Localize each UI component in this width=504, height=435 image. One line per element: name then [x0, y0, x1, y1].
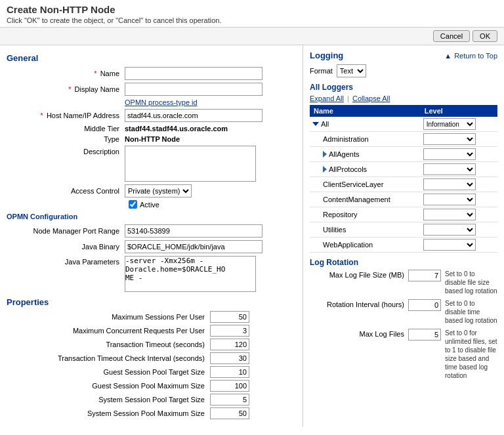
return-to-top-icon: ▲	[444, 52, 452, 60]
active-row: Active	[129, 200, 296, 209]
level-select-allagents[interactable]: Information	[423, 148, 476, 160]
prop-input-6[interactable]	[210, 394, 249, 405]
logger-level-all: Information Incident Error Error Warning…	[421, 117, 497, 132]
prop-input-5[interactable]	[210, 380, 249, 392]
display-name-label: * Display Name	[7, 85, 125, 93]
level-select-repo[interactable]: Information	[423, 209, 476, 220]
prop-row-5: Guest Session Pool Maximum Size	[7, 380, 296, 392]
opmn-section-title: OPMN Configuration	[7, 213, 296, 220]
prop-label-0: Maximum Sessions Per User	[7, 313, 210, 321]
active-checkbox[interactable]	[129, 200, 137, 209]
access-control-label: Access Control	[7, 187, 125, 195]
display-name-row: * Display Name	[7, 83, 296, 96]
expand-collapse-bar: Expand All | Collapse All	[310, 94, 497, 102]
prop-input-4[interactable]	[210, 366, 249, 378]
middle-tier-label: Middle Tier	[7, 125, 125, 133]
left-panel: General * Name * Display Name OPMN proce…	[0, 45, 303, 426]
prop-input-3[interactable]	[210, 352, 249, 364]
max-log-files-input[interactable]	[408, 329, 441, 341]
type-value: Non-HTTP Node	[125, 135, 180, 143]
prop-input-1[interactable]	[210, 325, 249, 337]
return-to-top-link[interactable]: ▲ Return to Top	[444, 52, 497, 60]
name-row: * Name	[7, 67, 296, 80]
format-select[interactable]: Text ODL	[337, 64, 366, 77]
description-row: Description	[7, 146, 296, 182]
max-log-file-size-hint: Set to 0 to disable file size based log …	[445, 270, 497, 295]
prop-label-2: Transaction Timeout (seconds)	[7, 341, 210, 348]
level-select-cm[interactable]: Information	[423, 194, 476, 205]
type-label: Type	[7, 135, 125, 143]
expand-icon-all[interactable]	[312, 122, 319, 126]
expand-icon-allagents[interactable]	[323, 151, 327, 157]
host-label: * Host Name/IP Address	[7, 112, 125, 119]
all-loggers-title: All Loggers	[310, 83, 497, 92]
rotation-interval-input[interactable]	[408, 299, 441, 311]
page-header: Create Non-HTTP Node Click "OK" to creat…	[0, 0, 504, 28]
java-params-input[interactable]: -server -Xmx256m - Doracle.home=$ORACLE_…	[125, 256, 256, 292]
right-panel: Logging ▲ Return to Top Format Text ODL …	[303, 45, 504, 426]
display-name-required: *	[68, 85, 71, 93]
prop-row-4: Guest Session Pool Target Size	[7, 366, 296, 378]
java-binary-input[interactable]	[125, 240, 262, 253]
prop-row-2: Transaction Timeout (seconds)	[7, 339, 296, 350]
level-select-csl[interactable]: Information	[423, 178, 476, 190]
host-input[interactable]	[125, 109, 262, 122]
cancel-button[interactable]: Cancel	[433, 30, 470, 42]
level-select-allprotocols[interactable]: Information	[423, 163, 476, 175]
type-row: Type Non-HTTP Node	[7, 135, 296, 143]
prop-row-0: Maximum Sessions Per User	[7, 311, 296, 323]
prop-row-7: System Session Pool Maximum Size	[7, 407, 296, 419]
logger-level-allagents: Information	[421, 147, 497, 162]
logger-name-util: Utilities	[310, 222, 421, 238]
display-name-input[interactable]	[125, 83, 262, 96]
java-params-label: Java Parameters	[7, 256, 125, 266]
page-subtitle: Click "OK" to create the object, or "Can…	[7, 16, 497, 24]
access-control-select[interactable]: Private (system)	[125, 184, 192, 197]
separator: |	[347, 94, 351, 102]
name-required: *	[94, 70, 96, 77]
logger-row-csl: ClientServiceLayer Information	[310, 177, 497, 192]
logger-level-admin: Information	[421, 132, 497, 147]
ok-button[interactable]: OK	[472, 30, 497, 42]
logger-name-allprotocols: AllProtocols	[310, 162, 421, 177]
rotation-interval-hint: Set to 0 to disable time based log rotat…	[445, 299, 497, 325]
prop-input-0[interactable]	[210, 311, 249, 323]
max-log-files-label: Max Log Files	[310, 329, 408, 338]
prop-label-5: Guest Session Pool Maximum Size	[7, 382, 210, 390]
level-select-webapp[interactable]: Information	[423, 239, 476, 251]
description-input[interactable]	[125, 146, 256, 182]
level-select-all[interactable]: Information Incident Error Error Warning…	[423, 118, 476, 130]
level-select-util[interactable]: Information	[423, 224, 476, 236]
max-log-file-size-input[interactable]	[408, 270, 441, 281]
opmn-link[interactable]: OPMN process-type id	[125, 98, 198, 106]
logger-name-repo: Repository	[310, 207, 421, 222]
port-range-label: Node Manager Port Range	[7, 227, 125, 235]
port-range-input[interactable]	[125, 224, 262, 238]
logger-row-admin: Administration Information	[310, 132, 497, 147]
description-label: Description	[7, 146, 125, 155]
prop-input-2[interactable]	[210, 339, 249, 350]
rotation-interval-label: Rotation Interval (hours)	[310, 299, 408, 308]
max-log-file-size-row: Max Log File Size (MB) Set to 0 to disab…	[310, 270, 497, 295]
name-input[interactable]	[125, 67, 262, 80]
logger-row-webapp: WebApplication Information	[310, 238, 497, 253]
logger-table-header-row: Name Level	[310, 105, 497, 117]
button-bar: Cancel OK	[0, 28, 504, 45]
prop-input-7[interactable]	[210, 407, 249, 419]
collapse-all-link[interactable]: Collapse All	[352, 94, 390, 102]
prop-label-1: Maximum Concurrent Requests Per User	[7, 327, 210, 335]
java-binary-row: Java Binary	[7, 240, 296, 253]
prop-label-4: Guest Session Pool Target Size	[7, 368, 210, 376]
properties-section-title: Properties	[7, 297, 296, 307]
level-select-admin[interactable]: Information	[423, 133, 476, 145]
expand-all-link[interactable]: Expand All	[310, 94, 344, 102]
prop-label-3: Transaction Timeout Check Interval (seco…	[7, 354, 210, 362]
port-range-row: Node Manager Port Range	[7, 224, 296, 238]
expand-icon-allprotocols[interactable]	[323, 166, 327, 173]
middle-tier-row: Middle Tier stadf44.stadf44.us.oracle.co…	[7, 125, 296, 133]
logger-row-allagents: AllAgents Information	[310, 147, 497, 162]
col-name: Name	[310, 105, 421, 117]
main-container: General * Name * Display Name OPMN proce…	[0, 45, 504, 426]
prop-label-7: System Session Pool Maximum Size	[7, 409, 210, 417]
max-log-files-hint: Set to 0 for unlimited files, set to 1 t…	[445, 329, 497, 380]
